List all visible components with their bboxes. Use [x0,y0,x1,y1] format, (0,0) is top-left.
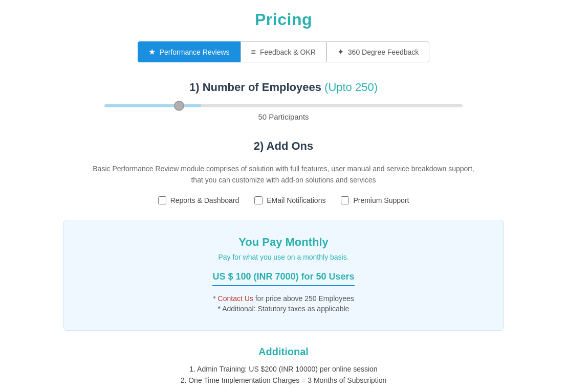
contact-us-link[interactable]: Contact Us [218,294,253,303]
payment-card: You Pay Monthly Pay for what you use on … [63,220,504,331]
additional-item-2: 2. One Time Implementation Charges = 3 M… [63,376,504,384]
addons-heading: 2) Add Ons [20,140,547,153]
checkbox-reports[interactable]: Reports & Dashboard [158,196,239,204]
employees-heading: 1) Number of Employees (Upto 250) [20,81,547,94]
employees-slider[interactable] [104,104,463,107]
additional-title: Additional [63,346,504,358]
checkbox-premium[interactable]: Premium Support [341,196,409,204]
slider-label: 50 Participants [20,112,547,121]
tab-360-feedback-label: 360 Degree Feedback [348,48,419,56]
payment-note-tax: * Additional: Statutory taxes as applica… [84,305,483,313]
addons-description: Basic Performance Review module comprise… [69,163,498,186]
checkbox-reports-label: Reports & Dashboard [170,196,239,204]
tab-feedback-okr-label: Feedback & OKR [260,48,316,56]
checkbox-premium-input[interactable] [341,196,349,204]
employees-section: 1) Number of Employees (Upto 250) 50 Par… [20,81,547,121]
addons-section: 2) Add Ons Basic Performance Review modu… [20,140,547,204]
tab-360-feedback[interactable]: ✦ 360 Degree Feedback [326,41,430,62]
payment-amount: US $ 100 (INR 7000) for 50 Users [212,271,354,286]
checkboxes-row: Reports & Dashboard EMail Notifications … [20,196,547,204]
settings-icon: ✦ [337,47,344,57]
list-icon: ≡ [251,48,256,57]
star-icon: ★ [148,47,156,57]
checkbox-email-input[interactable] [254,196,263,204]
checkbox-premium-label: Premium Support [353,196,409,204]
checkbox-reports-input[interactable] [158,196,166,204]
additional-item-1: 1. Admin Training: US $200 (INR 10000) p… [63,365,504,373]
additional-section: Additional 1. Admin Training: US $200 (I… [63,346,504,384]
tab-bar: ★ Performance Reviews ≡ Feedback & OKR ✦… [20,41,547,62]
payment-title: You Pay Monthly [84,236,483,249]
tab-performance-reviews[interactable]: ★ Performance Reviews [138,41,241,62]
checkbox-email-label: EMail Notifications [267,196,325,204]
page-title: Pricing [20,10,547,29]
payment-note-contact: * Contact Us for price above 250 Employe… [84,294,483,303]
tab-performance-reviews-label: Performance Reviews [160,48,230,56]
payment-subtitle: Pay for what you use on a monthly basis. [84,253,483,261]
checkbox-email[interactable]: EMail Notifications [254,196,325,204]
tab-feedback-okr[interactable]: ≡ Feedback & OKR [241,41,326,62]
